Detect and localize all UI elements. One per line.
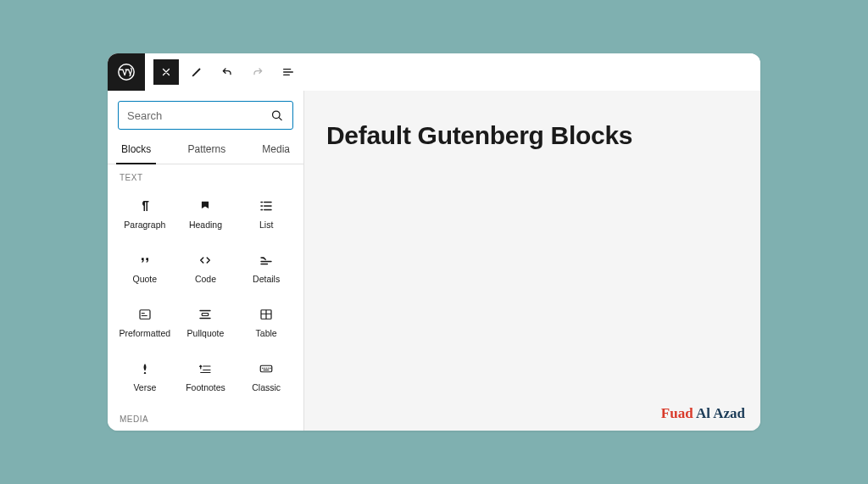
- classic-icon: [258, 360, 275, 377]
- block-quote[interactable]: Quote: [114, 242, 175, 294]
- editor-canvas[interactable]: Default Gutenberg Blocks Fuad Al Azad: [304, 91, 760, 431]
- quote-icon: [136, 252, 153, 269]
- close-icon: [160, 66, 172, 78]
- svg-rect-3: [203, 314, 209, 316]
- block-label: Details: [253, 274, 280, 284]
- block-table[interactable]: Table: [236, 296, 297, 348]
- tab-media[interactable]: Media: [260, 136, 292, 164]
- paragraph-icon: [136, 197, 153, 214]
- code-icon: [197, 252, 214, 269]
- block-heading[interactable]: Heading: [175, 187, 236, 240]
- block-label: Table: [256, 328, 277, 338]
- verse-icon: [136, 360, 153, 377]
- search-input[interactable]: [127, 109, 270, 122]
- block-label: Heading: [189, 220, 222, 230]
- details-icon: [258, 252, 275, 269]
- svg-rect-2: [140, 310, 150, 320]
- post-title[interactable]: Default Gutenberg Blocks: [326, 121, 738, 150]
- close-inserter-button[interactable]: [153, 59, 179, 85]
- undo-button[interactable]: [214, 59, 240, 85]
- document-overview-button[interactable]: [275, 59, 301, 85]
- category-text-label: TEXT: [108, 164, 303, 186]
- block-list[interactable]: List: [236, 187, 297, 240]
- undo-icon: [220, 65, 234, 79]
- block-details[interactable]: Details: [236, 242, 297, 294]
- wordpress-icon: [117, 63, 136, 81]
- search-icon: [270, 108, 284, 123]
- editor-window: Blocks Patterns Media TEXT Paragraph Hea…: [108, 53, 760, 431]
- block-label: Footnotes: [186, 382, 225, 392]
- block-classic[interactable]: Classic: [236, 350, 297, 403]
- footnotes-icon: [197, 360, 214, 377]
- block-code[interactable]: Code: [175, 242, 236, 294]
- block-label: List: [259, 220, 273, 230]
- preformatted-icon: [136, 306, 153, 323]
- watermark: Fuad Al Azad: [661, 405, 745, 422]
- inserter-tabs: Blocks Patterns Media: [108, 136, 303, 164]
- text-blocks-grid: Paragraph Heading List: [108, 186, 303, 406]
- list-view-icon: [281, 65, 295, 79]
- heading-icon: [197, 197, 214, 214]
- svg-point-1: [273, 111, 281, 119]
- list-icon: [258, 197, 275, 214]
- tab-blocks[interactable]: Blocks: [120, 136, 153, 164]
- pencil-icon: [190, 65, 203, 79]
- block-inserter-panel: Blocks Patterns Media TEXT Paragraph Hea…: [108, 91, 304, 431]
- top-toolbar: [108, 53, 760, 91]
- block-label: Verse: [133, 382, 156, 392]
- table-icon: [258, 306, 275, 323]
- redo-button[interactable]: [245, 59, 270, 85]
- tab-patterns[interactable]: Patterns: [186, 136, 227, 164]
- pullquote-icon: [197, 306, 214, 323]
- edit-mode-button[interactable]: [184, 59, 209, 85]
- redo-icon: [251, 65, 264, 79]
- block-label: Pullquote: [187, 328, 225, 338]
- block-preformatted[interactable]: Preformatted: [114, 296, 175, 348]
- block-label: Code: [195, 274, 216, 284]
- block-verse[interactable]: Verse: [114, 350, 175, 403]
- block-pullquote[interactable]: Pullquote: [175, 296, 236, 348]
- block-label: Paragraph: [124, 220, 165, 230]
- category-media-label: MEDIA: [108, 406, 303, 427]
- block-paragraph[interactable]: Paragraph: [114, 187, 175, 240]
- block-label: Classic: [252, 382, 281, 392]
- search-field[interactable]: [118, 101, 293, 130]
- svg-rect-5: [260, 365, 272, 372]
- block-label: Quote: [133, 274, 158, 284]
- wordpress-logo[interactable]: [108, 53, 145, 91]
- block-footnotes[interactable]: Footnotes: [175, 350, 236, 403]
- block-label: Preformatted: [119, 328, 170, 338]
